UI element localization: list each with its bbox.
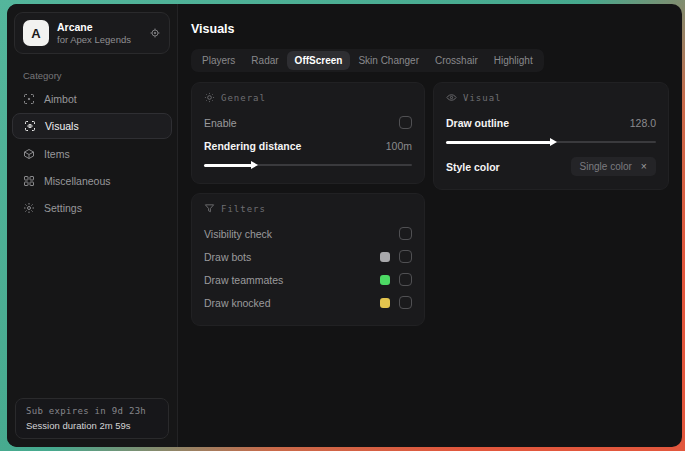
draw-knocked-checkbox[interactable] — [399, 296, 412, 309]
sidebar-item-aimbot[interactable]: Aimbot — [7, 85, 177, 112]
slider-fill[interactable] — [204, 164, 252, 167]
draw-outline-value: 128.0 — [630, 117, 656, 129]
style-color-label: Style color — [446, 161, 571, 173]
draw-bots-label: Draw bots — [204, 251, 380, 263]
brand-card: A Arcane for Apex Legends — [14, 12, 170, 54]
gear-icon — [23, 202, 35, 214]
enable-row: Enable — [204, 112, 412, 133]
tab-skin-changer[interactable]: Skin Changer — [350, 51, 427, 70]
app-window: A Arcane for Apex Legends Category Aimbo… — [7, 4, 682, 447]
visibility-check-checkbox[interactable] — [399, 227, 412, 240]
draw-bots-row: Draw bots — [204, 246, 412, 267]
sidebar-nav: Aimbot Visuals Items Miscellaneous — [7, 85, 177, 221]
style-color-select[interactable]: Single color × — [571, 157, 656, 176]
slider-fill[interactable] — [446, 141, 551, 144]
cube-icon — [23, 148, 35, 160]
sub-expires-text: Sub expires in 9d 23h — [26, 406, 158, 416]
sidebar-item-label: Visuals — [45, 120, 79, 132]
visibility-check-row: Visibility check — [204, 223, 412, 244]
visual-card: Visual Draw outline 128.0 Style color Si… — [433, 82, 669, 190]
tab-radar[interactable]: Radar — [243, 51, 286, 70]
sidebar: A Arcane for Apex Legends Category Aimbo… — [7, 4, 178, 447]
draw-bots-checkbox[interactable] — [399, 250, 412, 263]
sun-gear-icon — [204, 92, 215, 103]
draw-teammates-color-swatch[interactable] — [380, 275, 390, 285]
rendering-distance-value: 100m — [386, 140, 412, 152]
draw-knocked-label: Draw knocked — [204, 297, 380, 309]
brand-logo: A — [23, 20, 49, 46]
rendering-distance-row: Rendering distance 100m — [204, 135, 412, 156]
draw-teammates-row: Draw teammates — [204, 269, 412, 290]
grid-icon — [23, 175, 35, 187]
sidebar-item-items[interactable]: Items — [7, 140, 177, 167]
subscription-card: Sub expires in 9d 23h Session duration 2… — [15, 398, 169, 439]
sidebar-item-miscellaneous[interactable]: Miscellaneous — [7, 167, 177, 194]
eye-icon — [446, 92, 457, 103]
visuals-tabbar: Players Radar OffScreen Skin Changer Cro… — [191, 49, 544, 72]
draw-knocked-color-swatch[interactable] — [380, 298, 390, 308]
rendering-distance-slider[interactable] — [204, 159, 412, 171]
brand-text: Arcane for Apex Legends — [57, 21, 141, 46]
enable-checkbox[interactable] — [399, 116, 412, 129]
filters-card: Filters Visibility check Draw bots Draw … — [191, 193, 425, 326]
settings-gear-icon[interactable] — [149, 27, 161, 39]
sidebar-item-label: Settings — [44, 202, 82, 214]
tab-players[interactable]: Players — [194, 51, 243, 70]
style-color-value: Single color — [580, 161, 632, 172]
draw-bots-color-swatch[interactable] — [380, 252, 390, 262]
draw-outline-row: Draw outline 128.0 — [446, 112, 656, 133]
draw-knocked-row: Draw knocked — [204, 292, 412, 313]
draw-teammates-label: Draw teammates — [204, 274, 380, 286]
main-content: Visuals Players Radar OffScreen Skin Cha… — [178, 4, 682, 447]
visual-card-header: Visual — [446, 92, 656, 103]
general-card: General Enable Rendering distance 100m — [191, 82, 425, 184]
visibility-check-label: Visibility check — [204, 228, 399, 240]
sidebar-item-settings[interactable]: Settings — [7, 194, 177, 221]
crosshair-icon — [23, 93, 35, 105]
clear-icon[interactable]: × — [641, 161, 647, 172]
brand-name: Arcane — [57, 21, 141, 34]
page-title: Visuals — [191, 22, 671, 36]
eye-scan-icon — [24, 120, 36, 132]
draw-teammates-checkbox[interactable] — [399, 273, 412, 286]
visual-card-title: Visual — [463, 93, 502, 103]
enable-label: Enable — [204, 117, 399, 129]
session-duration-text: Session duration 2m 59s — [26, 420, 158, 431]
category-label: Category — [23, 70, 177, 81]
brand-subtitle: for Apex Legends — [57, 34, 141, 46]
draw-outline-label: Draw outline — [446, 117, 630, 129]
rendering-distance-label: Rendering distance — [204, 140, 386, 152]
left-column: General Enable Rendering distance 100m — [191, 82, 425, 326]
sidebar-item-label: Miscellaneous — [44, 175, 111, 187]
filters-card-header: Filters — [204, 203, 412, 214]
tab-offscreen[interactable]: OffScreen — [287, 51, 351, 70]
tab-highlight[interactable]: Highlight — [486, 51, 541, 70]
right-column: Visual Draw outline 128.0 Style color Si… — [433, 82, 669, 190]
filters-card-title: Filters — [221, 204, 266, 214]
funnel-icon — [204, 203, 215, 214]
tab-crosshair[interactable]: Crosshair — [427, 51, 486, 70]
draw-outline-slider[interactable] — [446, 136, 656, 148]
general-card-header: General — [204, 92, 412, 103]
sidebar-item-label: Items — [44, 148, 70, 160]
sidebar-item-visuals[interactable]: Visuals — [12, 113, 172, 139]
general-card-title: General — [221, 93, 266, 103]
style-color-row: Style color Single color × — [446, 156, 656, 177]
sidebar-item-label: Aimbot — [44, 93, 77, 105]
content-grid: General Enable Rendering distance 100m — [191, 82, 671, 326]
